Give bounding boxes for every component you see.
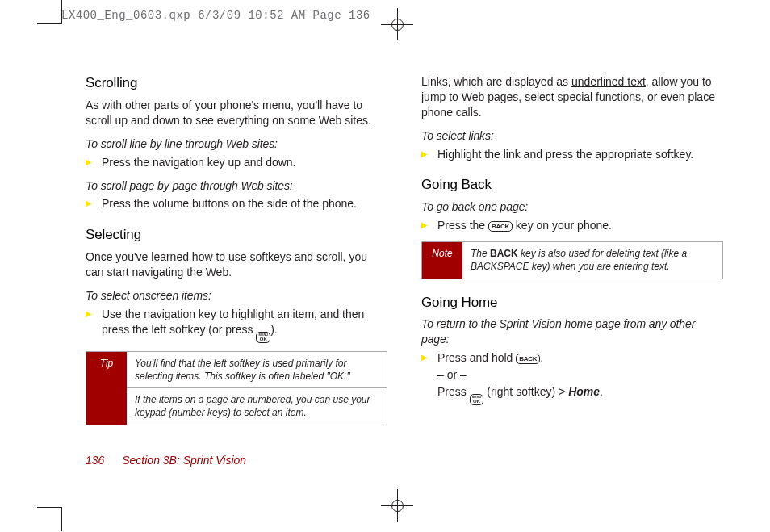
tip-label: Tip	[86, 352, 127, 425]
text: key on your phone.	[513, 219, 612, 232]
heading-selecting: Selecting	[86, 226, 387, 245]
tip-callout: Tip You'll find that the left softkey is…	[86, 351, 387, 425]
divider	[127, 387, 387, 388]
step-item: Press the volume buttons on the side of …	[86, 196, 387, 212]
text: .	[540, 351, 543, 364]
subheading: To scroll line by line through Web sites…	[86, 136, 387, 152]
crop-mark	[61, 507, 62, 531]
heading-scrolling: Scrolling	[86, 74, 387, 93]
text: .	[600, 385, 603, 398]
section-title: Section 3B: Sprint Vision	[122, 454, 246, 467]
text: (right softkey)	[483, 385, 559, 398]
right-column: Links, which are displayed as underlined…	[421, 74, 723, 434]
registration-mark	[391, 19, 404, 31]
text: Press the	[437, 219, 488, 232]
print-header: LX400_Eng_0603.qxp 6/3/09 10:52 AM Page …	[61, 9, 370, 22]
subheading: To go back one page:	[421, 199, 723, 215]
crop-mark	[37, 507, 61, 508]
note-label: Note	[422, 242, 462, 278]
subheading: To scroll page by page through Web sites…	[86, 178, 387, 194]
subheading: To return to the Sprint Vision home page…	[421, 316, 723, 347]
heading-going-back: Going Back	[421, 176, 723, 195]
back-key-icon: BACK	[516, 354, 540, 364]
tip-text: You'll find that the left softkey is use…	[127, 352, 387, 425]
registration-mark	[397, 489, 398, 522]
left-column: Scrolling As with other parts of your ph…	[86, 74, 387, 434]
step-item: Press the navigation key up and down.	[86, 155, 387, 170]
page-footer: 136 Section 3B: Sprint Vision	[86, 454, 246, 467]
back-key-icon: BACK	[488, 221, 513, 232]
subheading: To select links:	[421, 128, 723, 144]
subheading: To select onscreen items:	[86, 288, 387, 304]
heading-going-home: Going Home	[421, 294, 723, 312]
registration-mark	[381, 24, 413, 25]
registration-mark	[397, 8, 398, 40]
paragraph: Once you've learned how to use softkeys …	[86, 249, 387, 280]
step-item: Press and hold BACK. – or – Press MENUOK…	[421, 350, 723, 405]
note-callout: Note The BACK key is also used for delet…	[421, 241, 723, 279]
registration-mark	[391, 500, 404, 512]
text: If the items on a page are numbered, you…	[135, 394, 370, 418]
text: Use the navigation key to highlight an i…	[102, 308, 364, 336]
page-body: Scrolling As with other parts of your ph…	[86, 74, 723, 434]
text: You'll find that the left softkey is use…	[135, 358, 350, 382]
text: ).	[270, 323, 278, 336]
step-item: Use the navigation key to highlight an i…	[86, 307, 387, 343]
text: Press and hold	[437, 351, 516, 364]
text: Links, which are displayed as	[421, 75, 571, 88]
or-divider: – or –	[437, 367, 723, 383]
paragraph: Links, which are displayed as underlined…	[421, 74, 723, 120]
registration-mark	[381, 505, 413, 506]
step-item: Highlight the link and press the appropr…	[421, 147, 723, 162]
menu-ok-key-icon: MENUOK	[256, 332, 270, 343]
underlined-text: underlined text	[571, 75, 646, 88]
menu-ok-key-icon: MENUOK	[470, 394, 484, 405]
text-bold-italic: Home	[565, 385, 600, 398]
step-item: Press the BACK key on your phone.	[421, 218, 723, 233]
note-text: The BACK key is also used for deleting t…	[462, 242, 722, 278]
paragraph: As with other parts of your phone's menu…	[86, 98, 387, 128]
text: Press	[437, 385, 470, 398]
crop-mark	[37, 23, 61, 24]
page-number: 136	[86, 454, 104, 467]
text: The	[471, 248, 490, 259]
text-bold: BACK	[490, 248, 518, 259]
